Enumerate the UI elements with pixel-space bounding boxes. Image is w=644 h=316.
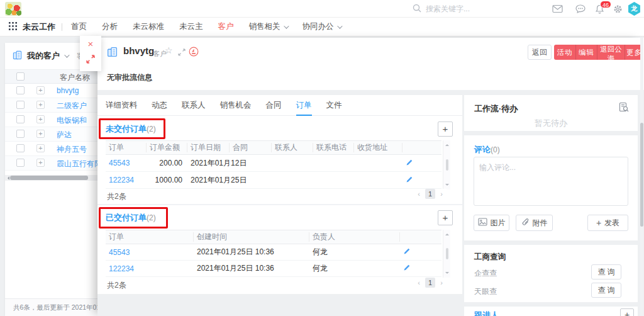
expand-plus-icon[interactable]	[36, 101, 45, 109]
edit-button[interactable]: 编辑	[575, 45, 597, 60]
page-title: bhvytg	[123, 45, 154, 56]
add-order-button[interactable]	[438, 210, 453, 225]
chevron-down-icon[interactable]	[64, 52, 69, 57]
star-icon[interactable]	[165, 45, 173, 55]
workflow-card: 工作流·待办 暂无待办	[464, 95, 638, 131]
horizontal-scrollbar[interactable]	[5, 175, 101, 181]
scrollbar-thumb[interactable]	[446, 248, 448, 259]
nav-item-home[interactable]: 首页	[71, 21, 87, 32]
tab-contracts[interactable]: 合同	[266, 95, 282, 116]
list-item[interactable]: 霞山五行有限	[5, 156, 101, 171]
scrollbar-thumb[interactable]	[446, 159, 448, 171]
expand-arrows-icon[interactable]	[86, 55, 95, 65]
edit-pencil-icon[interactable]	[406, 159, 413, 168]
page-scrollbar[interactable]	[640, 38, 643, 316]
expand-plus-icon[interactable]	[36, 115, 45, 123]
row-checkbox[interactable]	[16, 159, 25, 167]
avatar[interactable]: 龙	[628, 2, 641, 16]
prev-page-button[interactable]	[414, 189, 424, 199]
delivered-orders-table: 订单 创建时间 负责人 45543 2021年01月25日 10:36 何龙 1…	[106, 230, 441, 277]
workflow-search-icon[interactable]	[618, 102, 629, 114]
scrollbar-thumb[interactable]	[10, 176, 88, 180]
fullscreen-icon[interactable]	[178, 48, 186, 58]
order-link[interactable]: 45543	[109, 248, 130, 257]
nav-item-analysis[interactable]: 分析	[102, 21, 118, 32]
public-sea-icon[interactable]	[189, 47, 199, 59]
table-scrollbar[interactable]	[443, 230, 450, 278]
scroll-down-icon[interactable]	[445, 184, 449, 188]
back-button[interactable]: 返回	[528, 45, 552, 60]
scroll-up-icon[interactable]	[445, 142, 449, 146]
tab-contacts[interactable]: 联系人	[182, 95, 206, 116]
list-title[interactable]: 我的客户	[27, 50, 60, 62]
app-logo[interactable]	[5, 2, 21, 16]
comment-input[interactable]	[474, 157, 628, 206]
search-input[interactable]	[426, 4, 520, 13]
current-page[interactable]: 1	[425, 278, 435, 288]
business-lookup-card: 工商查询 企查查 查询 天眼查 查询	[464, 245, 638, 302]
qichacha-query-button[interactable]: 查询	[591, 264, 621, 279]
scroll-left-arrow-icon[interactable]	[6, 176, 9, 180]
list-item[interactable]: bhvytg	[5, 84, 101, 98]
order-link[interactable]: 122234	[109, 176, 134, 184]
chat-icon[interactable]	[575, 4, 586, 15]
add-button[interactable]	[620, 308, 634, 316]
post-comment-button[interactable]: + 发表	[587, 215, 628, 231]
edit-pencil-icon[interactable]	[403, 248, 411, 257]
order-link[interactable]: 122234	[109, 264, 134, 273]
row-checkbox[interactable]	[16, 130, 25, 138]
tab-opportunities[interactable]: 销售机会	[220, 95, 252, 116]
tab-files[interactable]: 文件	[326, 95, 342, 116]
nav-item-main[interactable]: 未云主	[179, 21, 203, 32]
scroll-down-icon[interactable]	[445, 272, 449, 276]
list-item[interactable]: 二级客户	[5, 98, 101, 113]
list-item[interactable]: 萨达	[5, 127, 101, 142]
approval-status-text: 无审批流信息	[107, 72, 152, 83]
edit-pencil-icon[interactable]	[406, 176, 413, 185]
scrollbar-thumb[interactable]	[640, 123, 643, 227]
nav-item-sales[interactable]: 销售相关	[249, 21, 287, 32]
select-all-checkbox[interactable]	[16, 72, 25, 81]
row-checkbox[interactable]	[16, 144, 25, 152]
list-header-row: 客户名称	[5, 69, 101, 84]
apps-grid-icon[interactable]	[9, 22, 17, 32]
row-checkbox[interactable]	[16, 101, 25, 109]
activity-button[interactable]: 活动	[554, 45, 575, 60]
chevron-down-icon	[337, 23, 342, 28]
image-button[interactable]: 图片	[474, 215, 509, 231]
tianyancha-query-button[interactable]: 查询	[591, 283, 621, 298]
expand-plus-icon[interactable]	[36, 86, 45, 94]
edit-pencil-icon[interactable]	[403, 264, 411, 273]
undelivered-section-title: 未交付订单(2)	[106, 123, 156, 135]
gear-icon[interactable]	[613, 4, 623, 16]
orders-card: 详细资料 动态 联系人 销售机会 合同 订单 文件 未交付订单(2) 订单 订单…	[97, 95, 462, 294]
order-link[interactable]: 45543	[109, 159, 130, 167]
nav-item-office[interactable]: 协同办公	[303, 21, 341, 32]
add-order-button[interactable]	[438, 121, 453, 137]
table-scrollbar[interactable]	[443, 140, 450, 189]
nav-item-customer[interactable]: 客户	[218, 21, 234, 32]
next-page-button[interactable]	[436, 189, 447, 199]
attachment-button[interactable]: 附件	[516, 215, 553, 231]
list-item[interactable]: 神舟五号	[5, 142, 101, 156]
tab-activity[interactable]: 动态	[152, 95, 167, 116]
row-checkbox[interactable]	[16, 115, 25, 123]
customer-rows: bhvytg 二级客户 电饭锅和 萨达 神舟五号 霞山五行有限	[5, 84, 101, 171]
expand-plus-icon[interactable]	[36, 144, 45, 152]
current-page[interactable]: 1	[425, 189, 435, 199]
table-header-row: 订单 订单金额 订单日期 合同 联系人 联系电话 收货地址	[106, 140, 441, 155]
row-checkbox[interactable]	[16, 86, 25, 94]
tab-orders[interactable]: 订单	[296, 95, 312, 116]
next-page-button[interactable]	[436, 278, 447, 288]
scroll-up-icon[interactable]	[445, 232, 449, 235]
nav-item-standard[interactable]: 未云标准	[133, 21, 164, 32]
expand-plus-icon[interactable]	[36, 130, 45, 138]
list-item[interactable]: 电饭锅和	[5, 113, 101, 127]
return-to-sea-button[interactable]: 退回公海	[597, 45, 625, 60]
expand-plus-icon[interactable]	[36, 159, 45, 167]
tab-profile[interactable]: 详细资料	[106, 95, 137, 116]
prev-page-button[interactable]	[414, 278, 424, 288]
delivered-section-title: 已交付订单(2)	[106, 212, 156, 223]
close-icon[interactable]	[80, 37, 101, 51]
mail-icon[interactable]	[552, 4, 563, 15]
